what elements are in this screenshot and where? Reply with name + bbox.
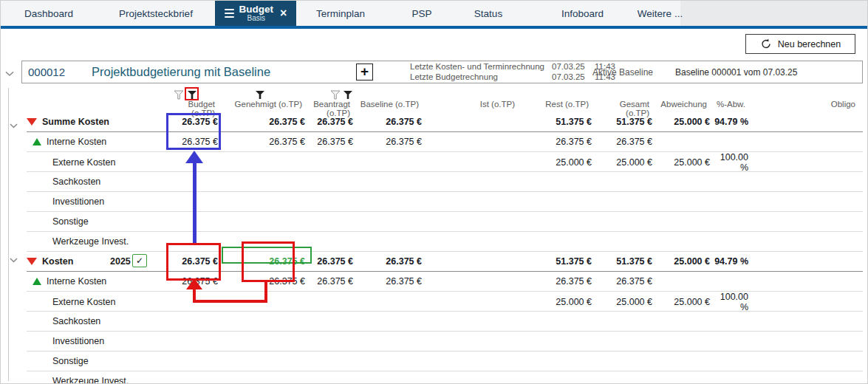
table-row[interactable]: Werkzeuge Invest. [27, 232, 863, 252]
cell-rest[interactable]: 25.000 € [522, 152, 596, 173]
cell-gesamt[interactable]: 51.375 € [596, 252, 657, 271]
cell-budget[interactable] [171, 312, 222, 331]
row-expand-chevron[interactable] [10, 253, 18, 266]
cell-rest[interactable]: 51.375 € [522, 252, 596, 271]
cell-gesamt[interactable] [596, 212, 657, 231]
cell-abweichung[interactable] [657, 192, 714, 211]
cell-obligo[interactable] [753, 312, 863, 331]
cell-pabw[interactable] [714, 192, 753, 211]
cell-beantragt[interactable] [310, 332, 358, 351]
cell-budget[interactable]: 26.375 € [171, 132, 222, 151]
cell-ist[interactable] [426, 292, 522, 312]
cell-rest[interactable] [522, 232, 596, 251]
cell-ist[interactable] [426, 232, 522, 251]
cell-baseline[interactable]: 26.375 € [358, 272, 426, 291]
cell-baseline[interactable] [358, 352, 426, 371]
cell-baseline[interactable]: 26.375 € [358, 112, 426, 131]
cell-genehmigt[interactable] [222, 212, 310, 231]
cell-pabw[interactable] [714, 232, 753, 251]
cell-pabw[interactable] [714, 272, 753, 291]
row-expand-chevron[interactable] [10, 118, 18, 131]
cell-obligo[interactable] [753, 232, 863, 251]
cell-beantragt[interactable]: 26.375 € [310, 272, 358, 291]
cell-genehmigt[interactable]: 26.375 € [222, 112, 310, 131]
cell-beantragt[interactable] [310, 192, 358, 211]
cell-budget[interactable] [171, 232, 222, 251]
cell-obligo[interactable] [753, 172, 863, 191]
cell-budget[interactable] [171, 152, 222, 173]
cell-budget[interactable] [171, 332, 222, 351]
cell-baseline[interactable] [358, 232, 426, 251]
cell-rest[interactable] [522, 172, 596, 191]
cell-ist[interactable] [426, 192, 522, 211]
cell-gesamt[interactable] [596, 192, 657, 211]
cell-ist[interactable] [426, 272, 522, 291]
cell-budget[interactable] [171, 172, 222, 191]
table-row[interactable]: Interne Kosten 26.375 € 26.375 € 26.375 … [27, 132, 863, 152]
cell-pabw[interactable]: 100.00 % [714, 292, 753, 312]
table-row[interactable]: Kosten 2025 ✓ 26.375 € 26.375 € 26.375 €… [27, 252, 863, 272]
cell-gesamt[interactable]: 25.000 € [596, 152, 657, 173]
cell-ist[interactable] [426, 332, 522, 351]
cell-obligo[interactable] [753, 272, 863, 291]
cell-genehmigt[interactable] [222, 172, 310, 191]
tab-status[interactable]: Status [462, 1, 514, 26]
cell-obligo[interactable] [753, 332, 863, 351]
cell-gesamt[interactable] [596, 371, 657, 384]
cell-pabw[interactable]: 94.79 % [714, 252, 753, 271]
cell-ist[interactable] [426, 112, 522, 131]
cell-genehmigt[interactable] [222, 232, 310, 251]
cell-gesamt[interactable] [596, 352, 657, 371]
table-row[interactable]: Externe Kosten 25.000 € 25.000 € 25.000 … [27, 152, 863, 172]
cell-baseline[interactable] [358, 332, 426, 351]
cell-budget[interactable] [171, 212, 222, 231]
cell-obligo[interactable] [753, 352, 863, 371]
cell-baseline[interactable] [358, 371, 426, 384]
year-checkbox[interactable]: ✓ [132, 254, 147, 267]
tab-psp[interactable]: PSP [400, 1, 444, 26]
cell-genehmigt[interactable] [222, 352, 310, 371]
cell-beantragt[interactable] [310, 232, 358, 251]
cell-rest[interactable]: 51.375 € [522, 112, 596, 131]
cell-budget[interactable]: 26.375 € [171, 252, 222, 271]
cell-gesamt[interactable] [596, 312, 657, 331]
cell-abweichung[interactable] [657, 371, 714, 384]
tab-terminplan[interactable]: Terminplan [307, 1, 374, 26]
cell-rest[interactable]: 25.000 € [522, 292, 596, 312]
cell-abweichung[interactable] [657, 332, 714, 351]
cell-abweichung[interactable]: 25.000 € [657, 292, 714, 312]
cell-baseline[interactable] [358, 152, 426, 173]
table-row[interactable]: Werkzeuge Invest. [27, 371, 863, 384]
cell-pabw[interactable] [714, 132, 753, 151]
recalculate-button[interactable]: Neu berechnen [745, 34, 855, 54]
cell-rest[interactable] [522, 352, 596, 371]
cell-budget[interactable] [171, 352, 222, 371]
cell-obligo[interactable] [753, 371, 863, 384]
table-row[interactable]: Sachkosten [27, 172, 863, 192]
cell-genehmigt[interactable] [222, 192, 310, 211]
cell-genehmigt[interactable] [222, 152, 310, 173]
cell-rest[interactable] [522, 371, 596, 384]
cell-obligo[interactable] [753, 212, 863, 231]
cell-budget[interactable] [171, 192, 222, 211]
cell-genehmigt[interactable] [222, 292, 310, 312]
cell-rest[interactable] [522, 332, 596, 351]
add-button[interactable]: + [356, 64, 373, 80]
cell-baseline[interactable] [358, 192, 426, 211]
cell-rest[interactable] [522, 192, 596, 211]
cell-ist[interactable] [426, 312, 522, 331]
cell-rest[interactable] [522, 312, 596, 331]
cell-beantragt[interactable] [310, 312, 358, 331]
cell-beantragt[interactable] [310, 212, 358, 231]
cell-genehmigt[interactable]: 26.375 € [222, 252, 310, 271]
table-row[interactable]: Investitionen [27, 332, 863, 352]
table-row[interactable]: Externe Kosten 25.000 € 25.000 € 25.000 … [27, 292, 863, 312]
cell-ist[interactable] [426, 212, 522, 231]
cell-genehmigt[interactable]: 26.375 € [222, 132, 310, 151]
cell-rest[interactable]: 26.375 € [522, 132, 596, 151]
cell-beantragt[interactable] [310, 172, 358, 191]
table-row[interactable]: Sonstige [27, 212, 863, 232]
cell-gesamt[interactable]: 26.375 € [596, 272, 657, 291]
cell-genehmigt[interactable]: 26.375 € [222, 272, 310, 291]
cell-abweichung[interactable]: 25.000 € [657, 112, 714, 131]
